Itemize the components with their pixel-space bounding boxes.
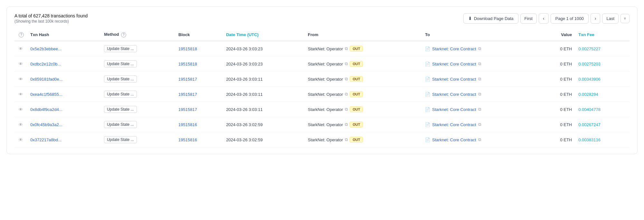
txn-fee-cell: 0.00275227 [575,41,630,56]
to-contract-link[interactable]: Starknet: Core Contract [432,137,476,142]
to-contract-link[interactable]: Starknet: Core Contract [432,62,476,66]
txn-hash-link[interactable]: 0xea4c1f56855... [30,92,62,97]
value-cell: 0 ETH [540,56,575,72]
copy-from-icon[interactable]: ⧉ [345,76,348,82]
copy-from-icon[interactable]: ⧉ [345,137,348,142]
txn-hash-link[interactable]: 0x5e2b3ebbee... [30,46,62,51]
txn-hash-cell: 0x372217a8bd... [27,132,101,147]
eye-icon[interactable]: 👁 [19,122,23,127]
from-cell: StarkNet: Operator ⧉ OUT [305,41,422,56]
datetime-cell: 2024-03-26 3:02:59 [223,132,305,147]
block-cell: 19515817 [175,72,223,87]
eye-icon[interactable]: 👁 [19,107,23,112]
table-row: 👁 0x0fc45b9a3a2... Update State ... 1951… [14,117,630,132]
to-contract-link[interactable]: Starknet: Core Contract [432,77,476,82]
from-name: StarkNet: Operator [308,107,343,112]
filter-button[interactable]: ▿ [620,14,630,23]
to-contract-link[interactable]: Starknet: Core Contract [432,122,476,127]
summary-section: A total of 627,428 transactions found (S… [14,13,88,24]
copy-from-icon[interactable]: ⧉ [345,122,348,127]
block-link[interactable]: 19515816 [178,137,197,142]
block-cell: 19515817 [175,87,223,102]
copy-from-icon[interactable]: ⧉ [345,46,348,51]
row-eye-cell: 👁 [14,87,27,102]
first-page-button[interactable]: First [520,14,537,24]
to-cell: 📄 Starknet: Core Contract ⧉ [422,87,540,102]
table-row: 👁 0x859181fad0e... Update State ... 1951… [14,72,630,87]
total-transactions: A total of 627,428 transactions found [14,13,88,18]
copy-to-icon[interactable]: ⧉ [478,107,481,112]
txn-hash-link[interactable]: 0x859181fad0e... [30,77,62,82]
method-info-icon[interactable]: ? [121,32,126,37]
contract-doc-icon: 📄 [425,77,430,82]
main-container: A total of 627,428 transactions found (S… [6,6,638,154]
txn-fee-cell: 0.00275203 [575,56,630,72]
txn-hash-link[interactable]: 0xdbc2e12c0b... [30,62,61,66]
next-page-button[interactable]: › [591,13,601,24]
from-cell: StarkNet: Operator ⧉ OUT [305,117,422,132]
th-txn-hash: Txn Hash [27,29,101,41]
direction-badge: OUT [350,106,363,112]
th-value: Value [540,29,575,41]
page-indicator: Page 1 of 1000 [551,14,589,24]
txn-fee-cell: 0.00267247 [575,117,630,132]
block-link[interactable]: 19515817 [178,77,197,82]
block-link[interactable]: 19515816 [178,122,197,127]
method-cell: Update State ... [101,72,175,87]
from-name: StarkNet: Operator [308,46,343,51]
contract-doc-icon: 📄 [425,46,430,51]
block-cell: 19515817 [175,102,223,117]
datetime-cell: 2024-03-26 3:03:11 [223,102,305,117]
txn-hash-link[interactable]: 0x0fc45b9a3a2... [30,122,62,127]
th-from: From [305,29,422,41]
copy-to-icon[interactable]: ⧉ [478,92,481,97]
to-contract-link[interactable]: Starknet: Core Contract [432,46,476,51]
block-link[interactable]: 19515817 [178,107,197,112]
method-cell: Update State ... [101,56,175,72]
txn-hash-cell: 0x5e2b3ebbee... [27,41,101,56]
row-eye-cell: 👁 [14,56,27,72]
direction-badge: OUT [350,76,363,82]
table-row: 👁 0xdbc2e12c0b... Update State ... 19515… [14,56,630,72]
copy-to-icon[interactable]: ⧉ [478,46,481,51]
last-page-button[interactable]: Last [602,14,619,24]
value-cell: 0 ETH [540,102,575,117]
eye-icon[interactable]: 👁 [19,62,23,66]
copy-to-icon[interactable]: ⧉ [478,76,481,82]
txn-hash-link[interactable]: 0x8db4f9ca2d4... [30,107,62,112]
table-header-row: ? Txn Hash Method ? Block Date Time (UTC… [14,29,630,41]
eye-icon[interactable]: 👁 [19,92,23,97]
download-page-data-button[interactable]: ⬇ Download Page Data [463,13,518,24]
contract-doc-icon: 📄 [425,62,430,66]
info-icon[interactable]: ? [19,32,24,37]
copy-to-icon[interactable]: ⧉ [478,137,481,142]
copy-to-icon[interactable]: ⧉ [478,122,481,127]
txn-fee-cell: 0.00383116 [575,132,630,147]
prev-page-button[interactable]: ‹ [539,13,549,24]
filter-icon: ▿ [624,16,626,21]
copy-from-icon[interactable]: ⧉ [345,107,348,112]
to-cell: 📄 Starknet: Core Contract ⧉ [422,41,540,56]
copy-from-icon[interactable]: ⧉ [345,61,348,66]
from-cell: StarkNet: Operator ⧉ OUT [305,56,422,72]
eye-icon[interactable]: 👁 [19,137,23,142]
table-row: 👁 0x8db4f9ca2d4... Update State ... 1951… [14,102,630,117]
eye-icon[interactable]: 👁 [19,77,23,82]
from-name: StarkNet: Operator [308,92,343,97]
block-link[interactable]: 19515817 [178,92,197,97]
block-link[interactable]: 19515818 [178,62,197,66]
block-cell: 19515818 [175,41,223,56]
table-row: 👁 0x5e2b3ebbee... Update State ... 19515… [14,41,630,56]
copy-to-icon[interactable]: ⧉ [478,61,481,66]
eye-icon[interactable]: 👁 [19,46,23,51]
txn-hash-link[interactable]: 0x372217a8bd... [30,137,62,142]
block-link[interactable]: 19515818 [178,46,197,51]
from-name: StarkNet: Operator [308,137,343,142]
to-contract-link[interactable]: Starknet: Core Contract [432,92,476,97]
copy-from-icon[interactable]: ⧉ [345,92,348,97]
from-cell: StarkNet: Operator ⧉ OUT [305,102,422,117]
to-cell: 📄 Starknet: Core Contract ⧉ [422,102,540,117]
row-eye-cell: 👁 [14,132,27,147]
to-contract-link[interactable]: Starknet: Core Contract [432,107,476,112]
method-cell: Update State ... [101,117,175,132]
